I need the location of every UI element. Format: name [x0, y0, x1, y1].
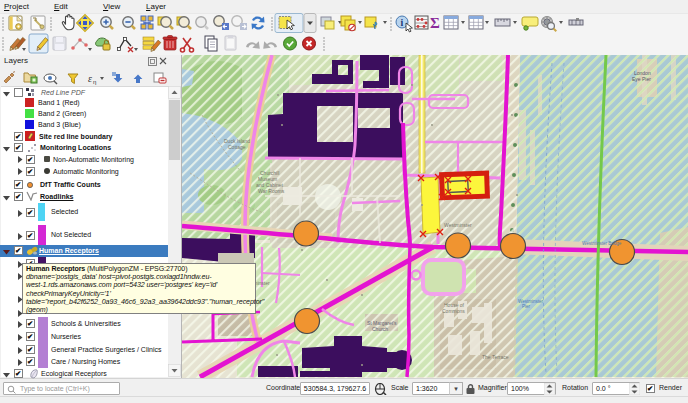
svg-text:Commons: Commons — [442, 308, 465, 314]
svg-text:i: i — [401, 17, 404, 28]
svg-text:Cottage: Cottage — [228, 144, 246, 150]
svg-text:War Rooms: War Rooms — [258, 188, 285, 194]
svg-text:Eye Pier: Eye Pier — [632, 76, 651, 82]
svg-text:Westminster: Westminster — [444, 222, 472, 228]
svg-text:Westminster Bridge: Westminster Bridge — [582, 241, 622, 246]
svg-text:η: η — [93, 79, 96, 85]
svg-text:Pier: Pier — [522, 304, 531, 309]
svg-text:The Terrace: The Terrace — [482, 354, 509, 360]
svg-text:Σ: Σ — [430, 15, 440, 31]
svg-text:ε: ε — [88, 73, 92, 84]
svg-text:Church: Church — [372, 326, 388, 332]
